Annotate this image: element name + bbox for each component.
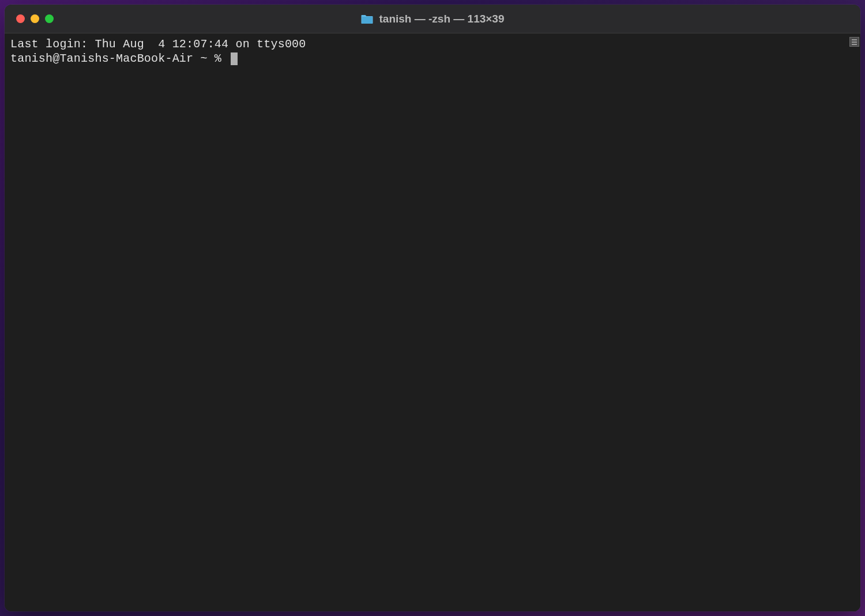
terminal-body: Last login: Thu Aug 4 12:07:44 on ttys00… [5, 33, 860, 611]
shell-prompt: tanish@Tanishs-MacBook-Air ~ % [10, 51, 228, 66]
terminal-window: tanish — -zsh — 113×39 Last login: Thu A… [5, 5, 860, 611]
minimize-button[interactable] [31, 14, 39, 23]
terminal-content[interactable]: Last login: Thu Aug 4 12:07:44 on ttys00… [5, 33, 849, 611]
window-title-area: tanish — -zsh — 113×39 [361, 13, 505, 25]
prompt-line: tanish@Tanishs-MacBook-Air ~ % [10, 51, 843, 66]
window-title: tanish — -zsh — 113×39 [379, 13, 505, 25]
traffic-lights [16, 14, 54, 23]
close-button[interactable] [16, 14, 25, 23]
scrollbar-area[interactable] [849, 33, 860, 611]
folder-icon [361, 14, 374, 24]
zoom-button[interactable] [45, 14, 54, 23]
scroll-indicator-icon[interactable] [849, 37, 859, 47]
cursor [231, 52, 238, 65]
title-bar[interactable]: tanish — -zsh — 113×39 [5, 5, 860, 33]
last-login-line: Last login: Thu Aug 4 12:07:44 on ttys00… [10, 37, 306, 51]
